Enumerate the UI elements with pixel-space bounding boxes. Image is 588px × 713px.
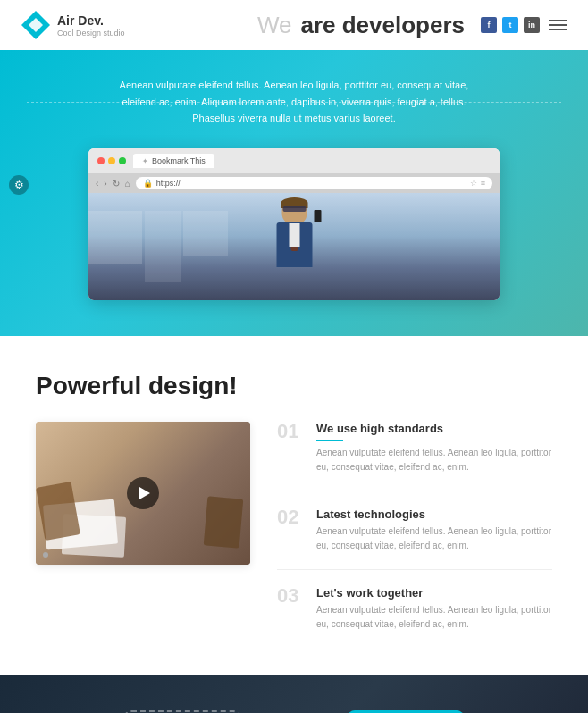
feature-body-3: Let's work together Aenean vulputate ele… [316,586,552,632]
design-content: 01 We use high standards Aenean vulputat… [36,422,552,648]
browser-tab[interactable]: ✦ Bookmark This [133,154,214,168]
dot-yellow[interactable] [108,157,115,164]
feature-title-2: Latest technologies [316,507,552,521]
dashed-lines [27,102,561,103]
person [265,197,323,300]
hero-image [88,193,500,300]
back-button[interactable]: ‹ [96,179,98,189]
dot-red[interactable] [97,157,105,164]
play-triangle [139,487,150,499]
social-icons: f t in [481,17,540,33]
feature-num-3: 03 [277,586,304,606]
settings-icon[interactable]: ⚙ [9,175,29,195]
process-section: Your idea ↺ Quality Product 3 [0,675,588,713]
feature-accent-1 [316,440,343,441]
browser-url-bar: ‹ › ↻ ⌂ 🔒 https:// ☆ ≡ [88,173,500,193]
feature-item-1: 01 We use high standards Aenean vulputat… [277,422,552,491]
feature-desc-2: Aenean vulputate eleifend tellus. Aenean… [316,524,552,553]
browser-mockup: ✦ Bookmark This ‹ › ↻ ⌂ 🔒 https:// ☆ ≡ [88,148,500,300]
feature-body-2: Latest technologies Aenean vulputate ele… [316,507,552,553]
twitter-icon[interactable]: t [502,17,518,33]
nav-area: We are developers f t in [257,12,567,39]
people-bg [0,675,588,713]
browser-content [88,193,500,300]
star-icon[interactable]: ☆ [470,179,477,188]
nav-title-bold: are developers [300,12,465,39]
logo-sub: Cool Design studio [57,29,125,38]
refresh-button[interactable]: ↻ [113,179,120,189]
feature-item-2: 02 Latest technologies Aenean vulputate … [277,507,552,570]
forward-button[interactable]: › [104,179,106,189]
video-thumbnail[interactable] [36,422,250,565]
hamburger-menu[interactable] [549,20,567,30]
feature-item-3: 03 Let's work together Aenean vulputate … [277,586,552,648]
browser-url: https:// [156,179,181,188]
svg-marker-0 [29,18,43,32]
logo-text: Air Dev. Cool Design studio [57,13,125,38]
header: Air Dev. Cool Design studio We are devel… [0,0,588,50]
play-button[interactable] [127,477,159,509]
feature-desc-3: Aenean vulputate eleifend tellus. Aenean… [316,603,552,632]
features-list: 01 We use high standards Aenean vulputat… [277,422,552,648]
feature-title-1: We use high standards [316,422,552,435]
linkedin-icon[interactable]: in [524,17,540,33]
home-icon[interactable]: ⌂ [125,179,130,189]
feature-body-1: We use high standards Aenean vulputate e… [316,422,552,474]
feature-num-2: 02 [277,507,304,527]
feature-title-3: Let's work together [316,586,552,600]
nav-title-we: We [257,12,292,39]
design-title: Powerful design! [36,372,552,400]
dot-green[interactable] [119,157,126,164]
url-bar[interactable]: 🔒 https:// ☆ ≡ [136,177,492,189]
logo-area: Air Dev. Cool Design studio [21,11,125,39]
menu-icon[interactable]: ≡ [481,179,485,188]
browser-tab-label: Bookmark This [152,156,206,165]
design-section: Powerful design! 01 We use high standa [0,336,588,675]
logo-name: Air Dev. [57,13,104,28]
facebook-icon[interactable]: f [481,17,497,33]
lock-icon: 🔒 [143,179,153,188]
browser-dots [97,157,126,164]
url-icons: ☆ ≡ [470,179,485,188]
logo-icon [21,11,50,39]
feature-num-1: 01 [277,422,304,441]
video-overlay[interactable] [36,422,250,565]
feature-desc-1: Aenean vulputate eleifend tellus. Aenean… [316,446,552,474]
hero-section: Aenean vulputate eleifend tellus. Aenean… [0,50,588,336]
browser-bar: ✦ Bookmark This [88,148,500,173]
